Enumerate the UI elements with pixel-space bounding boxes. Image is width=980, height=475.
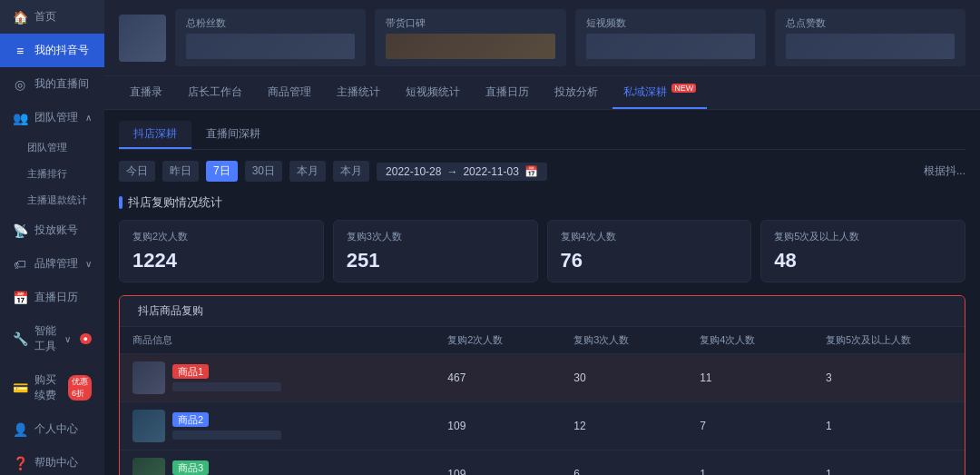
stat-likes-value bbox=[786, 34, 955, 59]
sidebar-item-home[interactable]: 🏠 首页 bbox=[0, 0, 104, 34]
date-btn-7d[interactable]: 7日 bbox=[206, 161, 238, 182]
account-avatar bbox=[119, 15, 166, 62]
col-header-2: 复购2次人数 bbox=[447, 333, 573, 347]
date-btn-today[interactable]: 今日 bbox=[119, 161, 155, 182]
cell-3-4: 1 bbox=[700, 468, 826, 475]
sidebar-group-team: 👥 团队管理 ∧ 团队管理 主播排行 主播退款统计 bbox=[0, 101, 104, 213]
stat-card-label: 复购4次人数 bbox=[561, 230, 739, 243]
stat-reputation-label: 带货口碑 bbox=[386, 16, 554, 30]
sub-tab-live[interactable]: 直播间深耕 bbox=[191, 121, 275, 149]
chevron-down-icon: ∨ bbox=[64, 334, 71, 344]
sidebar-item-label: 品牌管理 bbox=[34, 256, 78, 272]
col-header-3: 复购3次人数 bbox=[573, 333, 700, 347]
cell-2-4: 7 bbox=[700, 420, 826, 432]
stat-card-repurchase-3: 复购3次人数 251 bbox=[333, 220, 538, 282]
tab-video-stats[interactable]: 短视频统计 bbox=[395, 77, 471, 109]
stat-fans: 总粉丝数 bbox=[175, 9, 366, 66]
product-name-blur bbox=[172, 430, 281, 440]
cell-1-3: 30 bbox=[573, 371, 700, 384]
table-row: 商品2 109 12 7 1 bbox=[120, 402, 965, 450]
col-header-5: 复购5次及以上人数 bbox=[826, 333, 952, 347]
sidebar-sub-team-manage[interactable]: 团队管理 bbox=[0, 134, 104, 161]
cell-1-4: 11 bbox=[700, 371, 826, 384]
tab-product-manage[interactable]: 商品管理 bbox=[257, 77, 322, 109]
product-cell-1: 商品1 bbox=[132, 361, 447, 394]
sidebar-item-label: 投放账号 bbox=[34, 223, 78, 238]
stat-reputation: 带货口碑 bbox=[375, 9, 565, 66]
help-icon: ❓ bbox=[13, 456, 27, 470]
date-btn-yesterday[interactable]: 昨日 bbox=[162, 161, 199, 182]
sidebar-item-smart[interactable]: 🔧 智能工具 ∨ ● bbox=[0, 314, 104, 363]
col-header-product: 商品信息 bbox=[132, 333, 447, 347]
sidebar-item-label: 首页 bbox=[34, 9, 56, 25]
sidebar-sub-anchor-rank[interactable]: 主播排行 bbox=[0, 161, 104, 187]
stat-card-value: 48 bbox=[774, 249, 952, 272]
sub-tab-store[interactable]: 抖店深耕 bbox=[119, 121, 191, 149]
sidebar-item-team[interactable]: 👥 团队管理 ∧ bbox=[0, 101, 104, 134]
cell-3-3: 6 bbox=[573, 468, 700, 475]
smart-icon: 🔧 bbox=[13, 332, 27, 346]
live-icon: ◎ bbox=[13, 77, 27, 92]
chevron-down-icon: ∧ bbox=[85, 113, 92, 123]
nav-tabs: 直播录 店长工作台 商品管理 主播统计 短视频统计 直播日历 投放分析 私域深耕… bbox=[104, 76, 980, 110]
stat-fans-label: 总粉丝数 bbox=[186, 16, 355, 30]
stat-likes: 总点赞数 bbox=[775, 9, 965, 66]
product-badge-1: 商品1 bbox=[172, 364, 209, 379]
sidebar-item-help[interactable]: ❓ 帮助中心 bbox=[0, 446, 104, 475]
sidebar-item-label: 帮助中心 bbox=[34, 455, 78, 470]
sidebar-item-label: 我的直播间 bbox=[34, 76, 89, 92]
home-icon: 🏠 bbox=[13, 10, 27, 25]
tab-private-domain[interactable]: 私域深耕 NEW bbox=[612, 76, 707, 109]
stat-reputation-value bbox=[386, 34, 554, 59]
stat-card-repurchase-2: 复购2次人数 1224 bbox=[119, 220, 324, 282]
sidebar-sub-anchor-stats[interactable]: 主播退款统计 bbox=[0, 187, 104, 213]
stat-likes-label: 总点赞数 bbox=[786, 16, 955, 30]
stat-videos-label: 短视频数 bbox=[586, 16, 755, 30]
product-thumb-2 bbox=[132, 410, 165, 442]
product-info-3: 商品3 bbox=[172, 461, 447, 476]
chevron-down-icon: ∨ bbox=[85, 259, 92, 269]
sidebar-item-broadcast[interactable]: 📡 投放账号 bbox=[0, 213, 104, 247]
stat-videos-value bbox=[586, 34, 755, 59]
sidebar-item-brand[interactable]: 🏷 品牌管理 ∨ bbox=[0, 247, 104, 281]
broadcast-icon: 📡 bbox=[13, 223, 27, 238]
content-area: 抖店深耕 直播间深耕 今日 昨日 7日 30日 本月 本月 2022-10-28… bbox=[104, 110, 980, 475]
date-btn-month[interactable]: 本月 bbox=[333, 161, 369, 182]
notification-badge: ● bbox=[80, 333, 92, 344]
purchase-icon: 💳 bbox=[13, 381, 27, 395]
date-right-label: 根据抖... bbox=[924, 163, 965, 179]
team-icon: 👥 bbox=[13, 111, 27, 125]
sidebar-item-label: 我的抖音号 bbox=[34, 43, 89, 58]
tab-live-record[interactable]: 直播录 bbox=[119, 77, 173, 109]
sidebar-item-profile[interactable]: 👤 个人中心 bbox=[0, 412, 104, 446]
col-header-4: 复购4次人数 bbox=[700, 333, 826, 347]
date-btn-thismonth[interactable]: 本月 bbox=[289, 161, 326, 182]
date-btn-30d[interactable]: 30日 bbox=[245, 161, 282, 182]
tab-ad-analysis[interactable]: 投放分析 bbox=[544, 77, 609, 109]
date-end: 2022-11-03 bbox=[463, 165, 518, 178]
date-start: 2022-10-28 bbox=[386, 165, 441, 178]
sub-tabs: 抖店深耕 直播间深耕 bbox=[119, 121, 965, 150]
stat-card-value: 76 bbox=[561, 249, 739, 272]
date-arrow: → bbox=[446, 165, 457, 178]
product-cell-2: 商品2 bbox=[132, 410, 447, 442]
cell-2-5: 1 bbox=[826, 420, 952, 432]
tab-store-workbench[interactable]: 店长工作台 bbox=[177, 77, 253, 109]
calendar-icon: 📅 bbox=[13, 291, 27, 305]
sidebar-item-tiktok[interactable]: ≡ 我的抖音号 bbox=[0, 34, 104, 67]
date-range-picker[interactable]: 2022-10-28 → 2022-11-03 📅 bbox=[377, 163, 547, 181]
tab-anchor-stats[interactable]: 主播统计 bbox=[326, 77, 391, 109]
brand-icon: 🏷 bbox=[13, 257, 27, 272]
sidebar-item-purchase[interactable]: 💳 购买续费 优惠6折 bbox=[0, 363, 104, 412]
sidebar-item-calendar[interactable]: 📅 直播日历 bbox=[0, 281, 104, 314]
cell-2-2: 109 bbox=[447, 420, 573, 432]
stat-card-value: 251 bbox=[347, 249, 524, 272]
tab-live-calendar[interactable]: 直播日历 bbox=[475, 77, 540, 109]
sidebar-item-label: 直播日历 bbox=[34, 290, 78, 305]
product-name-blur bbox=[172, 382, 281, 391]
repurchase-table: 抖店商品复购 商品信息 复购2次人数 复购3次人数 复购4次人数 复购5次及以上… bbox=[119, 295, 965, 475]
sidebar-item-live[interactable]: ◎ 我的直播间 bbox=[0, 67, 104, 101]
stat-card-repurchase-5plus: 复购5次及以上人数 48 bbox=[760, 220, 965, 282]
stat-card-label: 复购3次人数 bbox=[347, 230, 524, 243]
cell-1-2: 467 bbox=[447, 371, 573, 384]
